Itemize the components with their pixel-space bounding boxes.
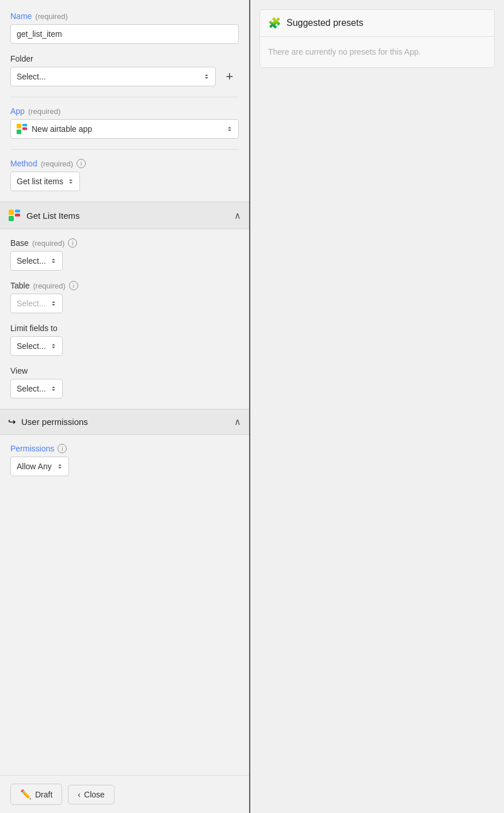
app-field-group: App (required) New airtable app — [10, 107, 239, 139]
presets-title: Suggested presets — [287, 18, 363, 28]
get-list-items-content: Base (required) i Select... Table (requi… — [10, 229, 239, 398]
view-label: View — [10, 366, 239, 375]
user-permissions-title: User permissions — [21, 417, 88, 427]
view-label-text: View — [10, 366, 28, 375]
app-select-wrapper: New airtable app — [10, 119, 239, 139]
table-label: Table (required) i — [10, 281, 239, 290]
svg-rect-7 — [9, 216, 14, 221]
permissions-select[interactable]: Allow Any — [10, 457, 69, 476]
user-permissions-content: Permissions i Allow Any — [10, 435, 239, 476]
name-required-text: (required) — [35, 12, 67, 21]
name-label: Name (required) — [10, 12, 239, 21]
user-permissions-icon: ↪ — [8, 416, 16, 427]
user-permissions-header-left: ↪ User permissions — [8, 416, 88, 427]
view-field-group: View Select... — [10, 366, 239, 398]
left-panel: Name (required) Folder Select... + — [0, 0, 250, 813]
get-list-items-chevron: ∧ — [234, 210, 241, 221]
method-select[interactable]: Get list items — [10, 172, 80, 191]
draft-button[interactable]: ✏️ Draft — [10, 784, 62, 805]
app-label-text: App — [10, 107, 25, 116]
method-info-icon[interactable]: i — [77, 159, 86, 168]
puzzle-icon: 🧩 — [268, 17, 281, 29]
base-required-text: (required) — [32, 239, 64, 248]
method-field-group: Method (required) i Get list items — [10, 159, 239, 191]
folder-label: Folder — [10, 54, 239, 63]
table-label-text: Table — [10, 281, 29, 290]
close-button[interactable]: ‹ Close — [68, 785, 114, 804]
folder-add-button[interactable]: + — [220, 67, 239, 86]
get-list-items-title: Get List Items — [26, 211, 80, 221]
table-select[interactable]: Select... — [10, 294, 63, 313]
get-list-items-section-header[interactable]: Get List Items ∧ — [0, 202, 249, 229]
permissions-label: Permissions i — [10, 444, 239, 453]
folder-select[interactable]: Select... — [10, 67, 216, 86]
airtable-section-icon — [8, 209, 21, 222]
limit-select[interactable]: Select... — [10, 336, 63, 356]
presets-header: 🧩 Suggested presets — [260, 10, 494, 37]
app-required-text: (required) — [28, 107, 60, 116]
close-chevron-icon: ‹ — [78, 790, 81, 799]
app-label: App (required) — [10, 107, 239, 116]
right-panel: 🧩 Suggested presets There are currently … — [250, 0, 504, 813]
divider-1 — [10, 97, 239, 97]
base-select[interactable]: Select... — [10, 251, 63, 271]
presets-body: There are currently no presets for this … — [260, 37, 494, 67]
divider-2 — [10, 149, 239, 150]
view-select[interactable]: Select... — [10, 379, 63, 398]
app-select[interactable]: New airtable app — [10, 119, 239, 139]
form-area: Name (required) Folder Select... + — [0, 0, 249, 775]
limit-label: Limit fields to — [10, 324, 239, 333]
folder-label-text: Folder — [10, 54, 33, 63]
user-permissions-chevron: ∧ — [234, 416, 241, 427]
name-label-text: Name — [10, 12, 32, 21]
presets-box: 🧩 Suggested presets There are currently … — [259, 9, 495, 68]
permissions-label-text: Permissions — [10, 444, 54, 453]
permissions-info-icon[interactable]: i — [58, 444, 67, 453]
section-header-left: Get List Items — [8, 209, 80, 222]
table-required-text: (required) — [33, 282, 65, 290]
base-field-group: Base (required) i Select... — [10, 238, 239, 271]
draft-label: Draft — [35, 790, 52, 799]
svg-rect-4 — [9, 210, 14, 215]
base-info-icon[interactable]: i — [68, 238, 77, 248]
bottom-bar: ✏️ Draft ‹ Close — [0, 775, 249, 813]
base-label-text: Base — [10, 238, 29, 248]
name-field-group: Name (required) — [10, 12, 239, 44]
base-label: Base (required) i — [10, 238, 239, 248]
table-info-icon[interactable]: i — [69, 281, 78, 290]
folder-select-row: Select... + — [10, 67, 239, 86]
user-permissions-section-header[interactable]: ↪ User permissions ∧ — [0, 409, 249, 435]
method-label: Method (required) i — [10, 159, 239, 168]
svg-rect-5 — [15, 210, 20, 212]
table-field-group: Table (required) i Select... — [10, 281, 239, 313]
name-input[interactable] — [10, 24, 239, 44]
limit-field-group: Limit fields to Select... — [10, 324, 239, 356]
draft-icon: ✏️ — [20, 789, 32, 800]
close-label: Close — [84, 790, 105, 799]
svg-rect-6 — [15, 214, 20, 216]
method-required-text: (required) — [41, 159, 73, 168]
method-label-text: Method — [10, 159, 37, 168]
folder-field-group: Folder Select... + — [10, 54, 239, 86]
permissions-field-group: Permissions i Allow Any — [10, 444, 239, 476]
limit-label-text: Limit fields to — [10, 324, 58, 333]
presets-empty-text: There are currently no presets for this … — [268, 47, 421, 56]
